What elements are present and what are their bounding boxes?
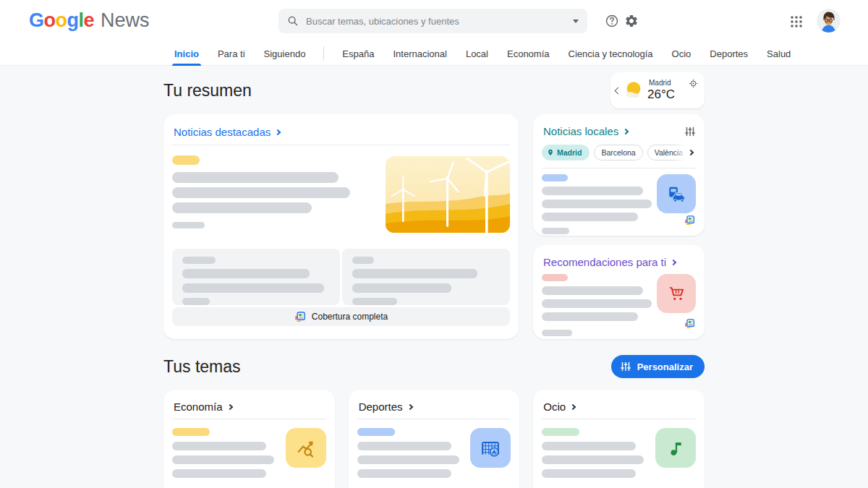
shopping-cart-icon — [665, 283, 687, 304]
weather-temperature: 26°C — [647, 87, 675, 102]
tab-espana[interactable]: España — [333, 42, 383, 66]
tab-ocio[interactable]: Ocio — [663, 42, 701, 66]
skeleton-tag — [172, 428, 210, 436]
personalize-button[interactable]: Personalizar — [611, 355, 705, 378]
search-dropdown-caret-icon[interactable] — [573, 20, 579, 23]
story-skeleton — [172, 428, 326, 478]
skeleton-line — [172, 202, 312, 213]
recommendations-card: Recomendaciones para ti — [533, 245, 705, 339]
skeleton-tag — [542, 428, 579, 436]
account-avatar[interactable] — [817, 9, 841, 33]
chip-label: Madrid — [557, 148, 582, 157]
chevron-right-icon — [407, 403, 412, 409]
skeleton-meta — [182, 298, 210, 305]
chevron-right-icon — [671, 259, 676, 265]
topic-title: Economía — [174, 401, 223, 413]
skeleton-tag — [542, 274, 568, 281]
economy-tile — [286, 428, 326, 468]
skeleton-line — [542, 213, 638, 221]
topic-economia-link[interactable]: Economía — [172, 398, 326, 413]
trend-magnifier-icon — [294, 437, 318, 460]
google-apps-button[interactable] — [788, 14, 804, 30]
page-title: Tu resumen — [163, 81, 252, 100]
weather-widget: Madrid 26°C — [610, 72, 705, 108]
skeleton-line — [182, 283, 324, 293]
topic-card-economia: Economía — [163, 390, 335, 488]
chevron-right-icon — [570, 403, 576, 409]
local-settings-button[interactable] — [684, 126, 696, 137]
logo-letter: l — [79, 9, 84, 31]
full-coverage-button[interactable]: Cobertura completa — [172, 307, 510, 326]
local-news-card: Noticias locales Madrid Barcelona Valènc… — [533, 114, 705, 236]
tab-local[interactable]: Local — [456, 42, 498, 66]
apps-grid-icon — [790, 15, 803, 28]
story-skeleton — [542, 274, 696, 336]
right-column: Noticias locales Madrid Barcelona Valènc… — [533, 114, 705, 339]
skeleton-line — [542, 455, 644, 464]
skeleton-tag — [172, 155, 200, 165]
tab-para-ti[interactable]: Para ti — [208, 42, 255, 66]
chevron-right-icon — [275, 129, 281, 134]
logo-product-name: News — [101, 9, 150, 32]
search-bar[interactable] — [278, 9, 587, 33]
tab-siguiendo[interactable]: Siguiendo — [255, 42, 315, 66]
skeleton-line — [542, 469, 636, 478]
divider — [172, 145, 510, 145]
recommendations-link[interactable]: Recomendaciones para ti — [542, 254, 696, 268]
settings-button[interactable] — [624, 13, 639, 29]
traffic-tile — [657, 174, 696, 213]
tab-economia[interactable]: Economía — [498, 42, 559, 66]
chips-scroll-right-button[interactable] — [674, 144, 696, 160]
logo-letter: o — [56, 9, 67, 31]
tab-inicio[interactable]: Inicio — [165, 42, 208, 66]
skeleton-line — [542, 286, 643, 295]
bus-and-car-icon — [665, 182, 688, 205]
divider — [172, 419, 326, 419]
goal-ball-icon — [478, 436, 503, 461]
full-coverage-label: Cobertura completa — [312, 312, 388, 322]
featured-news-link[interactable]: Noticias destacadas — [172, 123, 510, 145]
sports-tile — [470, 428, 511, 468]
skeleton-line — [542, 312, 638, 321]
tab-deportes[interactable]: Deportes — [700, 42, 757, 66]
main-content: Tu resumen Madrid 26°C Noticias destacad… — [163, 72, 705, 488]
my-location-icon[interactable] — [689, 78, 698, 91]
logo-letter: o — [44, 9, 56, 31]
local-news-link[interactable]: Noticias locales — [542, 123, 696, 137]
full-coverage-icon[interactable] — [684, 318, 695, 332]
skeleton-line — [352, 269, 477, 278]
logo-letter: g — [67, 9, 79, 31]
story-skeleton — [542, 428, 696, 478]
top-story-placeholder — [172, 155, 510, 233]
tab-salud[interactable]: Salud — [757, 42, 800, 66]
chevron-right-icon — [623, 128, 629, 134]
nav-divider — [323, 46, 324, 61]
full-coverage-icon[interactable] — [684, 215, 695, 228]
skeleton-meta — [542, 228, 569, 234]
story-skeleton — [172, 249, 340, 305]
story-skeleton — [357, 428, 511, 478]
topic-ocio-link[interactable]: Ocio — [542, 398, 696, 413]
logo-letter: e — [84, 9, 95, 31]
skeleton-line — [352, 283, 451, 293]
skeleton-meta — [352, 298, 397, 305]
music-note-icon — [665, 437, 686, 459]
tab-internacional[interactable]: Internacional — [383, 42, 456, 66]
topic-deportes-link[interactable]: Deportes — [357, 398, 511, 413]
weather-city: Madrid — [649, 79, 675, 87]
skeleton-meta — [542, 330, 572, 336]
weather-prev-chevron-icon[interactable] — [615, 87, 622, 94]
skeleton-meta — [352, 257, 374, 264]
location-pin-icon — [547, 148, 554, 157]
full-coverage-icon — [294, 311, 306, 322]
help-icon — [605, 14, 619, 28]
help-button[interactable] — [604, 13, 620, 29]
skeleton-line — [542, 200, 652, 208]
google-news-logo[interactable]: Google News — [29, 9, 150, 32]
chip-barcelona[interactable]: Barcelona — [594, 145, 642, 160]
skeleton-line — [542, 299, 652, 308]
tab-ciencia-tecnologia[interactable]: Ciencia y tecnología — [559, 42, 663, 66]
chip-madrid[interactable]: Madrid — [542, 145, 590, 160]
gear-icon — [624, 14, 639, 28]
search-input[interactable] — [306, 16, 573, 27]
